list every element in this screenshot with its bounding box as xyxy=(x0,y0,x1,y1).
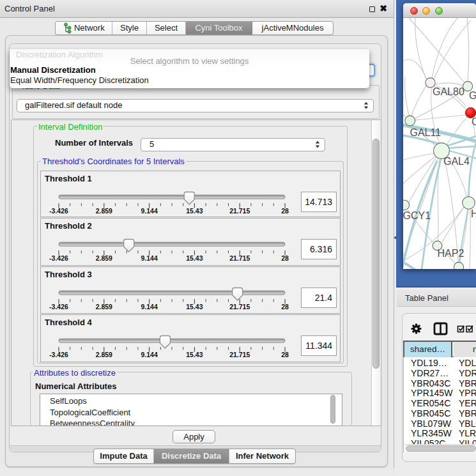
svg-text:21.715: 21.715 xyxy=(229,303,250,311)
svg-text:-3.426: -3.426 xyxy=(49,351,68,358)
svg-text:9.144: 9.144 xyxy=(141,207,157,215)
svg-text:2.859: 2.859 xyxy=(96,207,112,215)
svg-text:28: 28 xyxy=(281,303,289,311)
svg-text:15.43: 15.43 xyxy=(186,207,203,215)
svg-text:21.715: 21.715 xyxy=(229,351,250,358)
svg-text:28: 28 xyxy=(281,351,289,358)
svg-text:GAL80: GAL80 xyxy=(433,86,464,97)
svg-text:28: 28 xyxy=(281,254,289,262)
svg-text:GAL11: GAL11 xyxy=(410,127,441,138)
svg-text:15.43: 15.43 xyxy=(186,303,203,311)
svg-text:21.715: 21.715 xyxy=(229,254,250,262)
svg-text:HI: HI xyxy=(471,208,476,219)
svg-text:-3.426: -3.426 xyxy=(49,254,68,262)
svg-text:9.144: 9.144 xyxy=(141,254,157,262)
svg-text:9.144: 9.144 xyxy=(141,303,157,311)
svg-text:GAL3: GAL3 xyxy=(469,90,476,101)
svg-text:15.43: 15.43 xyxy=(186,351,203,358)
svg-text:21.715: 21.715 xyxy=(229,207,250,215)
svg-text:-3.426: -3.426 xyxy=(49,207,68,215)
svg-text:9.144: 9.144 xyxy=(141,351,157,358)
svg-text:GAL4: GAL4 xyxy=(443,156,470,167)
svg-text:2.859: 2.859 xyxy=(96,351,112,358)
svg-text:28: 28 xyxy=(281,207,289,215)
svg-text:GCY1: GCY1 xyxy=(403,210,431,221)
svg-text:2.859: 2.859 xyxy=(96,303,112,311)
svg-text:CY: CY xyxy=(472,116,476,127)
svg-text:2.859: 2.859 xyxy=(96,254,112,262)
svg-text:HAP2: HAP2 xyxy=(438,248,464,259)
svg-text:-3.426: -3.426 xyxy=(49,303,68,311)
svg-text:15.43: 15.43 xyxy=(186,254,203,262)
